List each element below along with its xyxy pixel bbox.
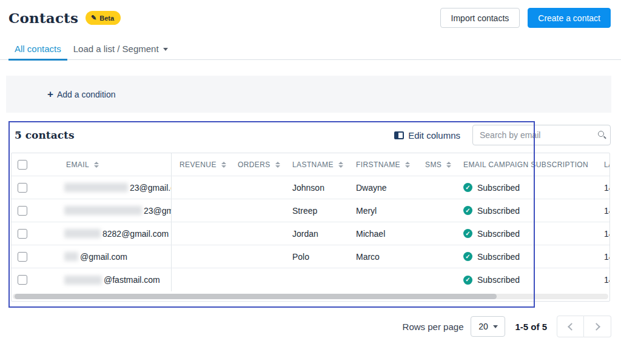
sms-cell xyxy=(417,245,455,268)
table-row[interactable]: 23@gmail.comStreepMeryl✓Subscribed14 xyxy=(12,199,609,222)
previous-page-button[interactable] xyxy=(557,316,584,337)
columns-icon xyxy=(394,131,404,139)
column-header-label: LA xyxy=(604,160,610,169)
subscription-label: Subscribed xyxy=(477,275,520,285)
subscription-cell: ✓Subscribed xyxy=(455,176,596,199)
redacted-email-segment xyxy=(64,206,142,215)
column-header-lastname[interactable]: LASTNAME xyxy=(284,153,348,176)
beta-badge: ✎ Beta xyxy=(86,11,121,25)
email-visible-text: @fastmail.com xyxy=(104,275,160,285)
contacts-count-number: 5 xyxy=(15,129,22,141)
last-column-cell: 14 xyxy=(596,222,610,245)
firstname-cell: Marco xyxy=(348,245,417,268)
tab-all-contacts-label: All contacts xyxy=(15,44,61,54)
redacted-email-segment xyxy=(64,276,102,285)
add-condition-button[interactable]: + Add a condition xyxy=(47,89,115,99)
sort-icon[interactable] xyxy=(275,162,280,168)
lastname-cell: Jordan xyxy=(284,222,348,245)
check-circle-icon: ✓ xyxy=(463,206,472,215)
subscription-badge: ✓Subscribed xyxy=(463,252,520,262)
tab-load-list-segment[interactable]: Load a list / Segment xyxy=(67,42,174,60)
edit-columns-button[interactable]: Edit columns xyxy=(394,130,460,141)
sms-cell xyxy=(417,268,455,291)
sort-icon[interactable] xyxy=(338,162,343,168)
next-page-button[interactable] xyxy=(584,316,611,337)
row-checkbox[interactable] xyxy=(18,206,27,216)
subscription-cell: ✓Subscribed xyxy=(455,222,596,245)
last-column-cell: 14 xyxy=(596,199,610,222)
row-checkbox-cell xyxy=(12,176,39,199)
check-circle-icon: ✓ xyxy=(463,252,472,261)
row-checkbox[interactable] xyxy=(18,275,27,285)
chevron-left-icon xyxy=(568,323,576,331)
email-cell: @fastmail.com xyxy=(39,268,172,291)
table-row[interactable]: 23@gmail.comJohnsonDwayne✓Subscribed14 xyxy=(12,176,609,199)
check-circle-icon: ✓ xyxy=(463,229,472,238)
horizontal-scrollbar-thumb[interactable] xyxy=(15,294,497,299)
horizontal-scrollbar[interactable] xyxy=(13,294,608,299)
sort-icon[interactable] xyxy=(405,162,410,168)
last-column-cell: 14 xyxy=(596,176,610,199)
beta-badge-label: Beta xyxy=(99,15,114,22)
firstname-cell: Dwayne xyxy=(348,176,417,199)
row-checkbox[interactable] xyxy=(18,183,27,193)
redacted-email-segment xyxy=(64,183,128,192)
lastname-cell: Polo xyxy=(284,245,348,268)
chevron-down-icon xyxy=(163,48,168,51)
import-contacts-button[interactable]: Import contacts xyxy=(440,8,520,28)
row-checkbox[interactable] xyxy=(18,229,27,239)
tab-all-contacts[interactable]: All contacts xyxy=(8,42,67,60)
header-checkbox-cell xyxy=(12,153,39,176)
table-row[interactable]: @gmail.comPoloMarco✓Subscribed14 xyxy=(12,245,609,268)
table-row[interactable]: @fastmail.com✓Subscribed14 xyxy=(12,268,609,291)
column-header-revenue[interactable]: REVENUE xyxy=(172,153,230,176)
row-checkbox[interactable] xyxy=(18,252,27,262)
table-row[interactable]: 8282@gmail.comJordanMichael✓Subscribed14 xyxy=(12,222,609,245)
column-header-campaign[interactable]: EMAIL CAMPAIGN SUBSCRIPTION xyxy=(455,153,596,176)
email-cell: 23@gmail.com xyxy=(39,176,172,199)
subscription-label: Subscribed xyxy=(477,252,520,262)
column-header-label: REVENUE xyxy=(180,160,217,169)
column-header-firstname[interactable]: FIRSTNAME xyxy=(348,153,417,176)
search-icon[interactable] xyxy=(598,131,604,137)
subscription-badge: ✓Subscribed xyxy=(463,275,520,285)
column-header-orders[interactable]: ORDERS xyxy=(230,153,284,176)
revenue-cell xyxy=(172,268,230,291)
sort-icon[interactable] xyxy=(94,162,99,168)
check-circle-icon: ✓ xyxy=(463,183,472,192)
orders-cell xyxy=(230,268,284,291)
sms-cell xyxy=(417,199,455,222)
last-column-cell: 14 xyxy=(596,245,610,268)
sort-icon[interactable] xyxy=(446,162,451,168)
sort-icon[interactable] xyxy=(221,162,226,168)
subscription-cell: ✓Subscribed xyxy=(455,199,596,222)
pencil-icon: ✎ xyxy=(91,15,96,21)
lastname-cell: Johnson xyxy=(284,176,348,199)
contacts-table: EMAILREVENUEORDERSLASTNAMEFIRSTNAMESMSEM… xyxy=(11,153,610,302)
column-header-last[interactable]: LA xyxy=(596,153,610,176)
column-header-sms[interactable]: SMS xyxy=(417,153,455,176)
last-column-cell: 14 xyxy=(596,268,610,291)
row-checkbox-cell xyxy=(12,268,39,291)
sms-cell xyxy=(417,222,455,245)
chevron-right-icon xyxy=(592,323,600,331)
top-actions: Import contacts Create a contact xyxy=(440,8,611,28)
rows-per-page-select[interactable]: 20 xyxy=(471,316,505,337)
orders-cell xyxy=(230,245,284,268)
select-all-checkbox[interactable] xyxy=(18,160,27,170)
firstname-cell xyxy=(348,268,417,291)
email-cell: @gmail.com xyxy=(39,245,172,268)
rows-per-page-label: Rows per page xyxy=(403,322,464,332)
plus-icon: + xyxy=(47,89,53,99)
revenue-cell xyxy=(172,222,230,245)
create-contact-button[interactable]: Create a contact xyxy=(528,8,611,28)
column-header-email[interactable]: EMAIL xyxy=(39,153,172,176)
revenue-cell xyxy=(172,199,230,222)
email-cell: 23@gmail.com xyxy=(39,199,172,222)
search-input[interactable] xyxy=(473,125,610,145)
column-header-label: EMAIL CAMPAIGN SUBSCRIPTION xyxy=(463,160,588,169)
firstname-cell: Michael xyxy=(348,222,417,245)
active-tab-underline xyxy=(8,59,67,61)
pager xyxy=(557,316,611,337)
orders-cell xyxy=(230,199,284,222)
